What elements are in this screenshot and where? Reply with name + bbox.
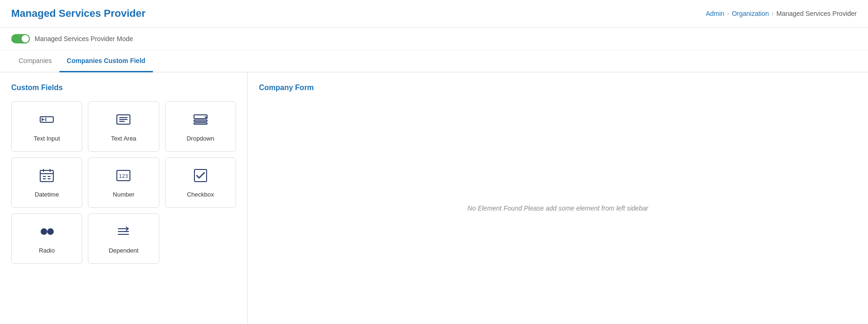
breadcrumb-sep-2: › [772, 10, 774, 17]
toggle-label: Managed Services Provider Mode [35, 35, 133, 42]
breadcrumb-sep-1: › [727, 10, 729, 17]
svg-point-17 [41, 228, 47, 235]
header: Managed Services Provider Admin › Organi… [0, 0, 868, 28]
toggle-row: Managed Services Provider Mode [0, 28, 868, 50]
field-card-text-input[interactable]: Text Input [11, 101, 82, 152]
checkbox-icon [192, 167, 209, 186]
svg-rect-6 [40, 170, 53, 182]
field-card-text-area[interactable]: Text Area [88, 101, 159, 152]
msp-mode-toggle[interactable] [11, 34, 30, 43]
svg-rect-4 [194, 120, 207, 121]
field-card-radio-label: Radio [39, 247, 55, 254]
dependent-icon [115, 223, 132, 242]
svg-rect-5 [194, 123, 207, 124]
custom-fields-title: Custom Fields [11, 84, 236, 92]
fields-grid: Text Input Text Area [11, 101, 236, 264]
field-card-text-input-label: Text Input [34, 135, 60, 142]
field-card-datetime-label: Datetime [35, 191, 59, 198]
custom-fields-sidebar: Custom Fields Text Input [0, 72, 248, 324]
field-card-checkbox-label: Checkbox [187, 191, 214, 198]
tab-companies[interactable]: Companies [11, 50, 59, 72]
field-card-datetime[interactable]: Datetime [11, 157, 82, 208]
form-panel-title: Company Form [259, 84, 857, 92]
page-title: Managed Services Provider [11, 7, 145, 20]
svg-text:123: 123 [119, 173, 129, 179]
tabs-container: Companies Companies Custom Field [0, 50, 868, 72]
company-form-panel: Company Form No Element Found Please add… [248, 72, 868, 324]
field-card-text-area-label: Text Area [111, 135, 136, 142]
tab-companies-custom-field[interactable]: Companies Custom Field [59, 50, 153, 72]
breadcrumb-admin[interactable]: Admin [706, 10, 725, 17]
breadcrumb-organization[interactable]: Organization [732, 10, 769, 17]
field-card-dropdown-label: Dropdown [187, 135, 214, 142]
field-card-number-label: Number [113, 191, 134, 198]
datetime-icon [38, 167, 55, 186]
field-card-dependent-label: Dependent [109, 247, 139, 254]
main-content: Custom Fields Text Input [0, 72, 868, 324]
field-card-dropdown[interactable]: Dropdown [165, 101, 236, 152]
text-input-icon [38, 111, 55, 130]
field-card-number[interactable]: 123 Number [88, 157, 159, 208]
breadcrumb: Admin › Organization › Managed Services … [706, 10, 857, 17]
field-card-radio[interactable]: Radio [11, 213, 82, 264]
number-icon: 123 [115, 167, 132, 186]
radio-icon [38, 223, 55, 242]
field-card-dependent[interactable]: Dependent [88, 213, 159, 264]
dropdown-icon [192, 111, 209, 130]
form-empty-message: No Element Found Please add some element… [259, 101, 857, 315]
field-card-checkbox[interactable]: Checkbox [165, 157, 236, 208]
breadcrumb-current: Managed Services Provider [776, 10, 857, 17]
svg-point-18 [47, 228, 54, 235]
text-area-icon [115, 111, 132, 130]
